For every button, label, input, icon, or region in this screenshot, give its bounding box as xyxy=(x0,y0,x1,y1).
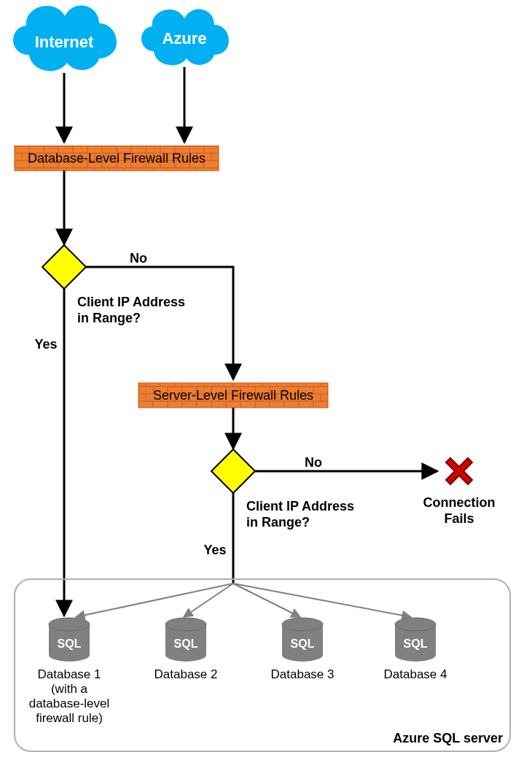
label-no-1: No xyxy=(130,251,147,265)
decision-db-level xyxy=(42,245,86,289)
db-1: SQL xyxy=(49,618,90,662)
svg-point-9 xyxy=(165,648,206,662)
cross-icon xyxy=(446,458,472,484)
db-1-sql: SQL xyxy=(58,637,82,650)
azure-sql-server-label: Azure SQL server xyxy=(393,731,503,745)
fail-line1: Connection xyxy=(423,495,496,510)
box-server-level-rules: Server-Level Firewall Rules xyxy=(138,383,328,408)
decision-server-level xyxy=(211,449,255,493)
label-yes-1: Yes xyxy=(34,337,57,352)
db-3-sql: SQL xyxy=(291,637,315,650)
cloud-azure-label: Azure xyxy=(162,29,206,47)
db-2: SQL xyxy=(165,618,206,662)
label-no-2: No xyxy=(305,455,322,470)
label-yes-2: Yes xyxy=(203,543,226,557)
fail-line2: Fails xyxy=(444,511,474,526)
decision1-text-line1: Client IP Address xyxy=(77,295,185,309)
svg-point-13 xyxy=(282,648,323,662)
db-4: SQL xyxy=(395,618,436,662)
db-2-label: Database 2 xyxy=(154,667,218,681)
branch-to-db4 xyxy=(233,583,411,617)
cloud-internet-label: Internet xyxy=(35,33,94,51)
db-4-sql: SQL xyxy=(404,637,428,650)
db-1-label-l1: Database 1 xyxy=(38,667,101,681)
decision2-text-line1: Client IP Address xyxy=(246,499,354,513)
svg-point-17 xyxy=(395,648,436,662)
label-server-level-rules: Server-Level Firewall Rules xyxy=(153,388,313,403)
decision2-text-line2: in Range? xyxy=(246,515,310,530)
db-3-label: Database 3 xyxy=(271,667,335,681)
db-4-label: Database 4 xyxy=(384,667,447,681)
svg-point-5 xyxy=(49,648,90,662)
db-1-label-l3: database-level xyxy=(29,697,110,710)
azure-sql-server-container xyxy=(15,579,510,751)
db-1-label-l4: firewall rule) xyxy=(36,711,103,725)
db-3: SQL xyxy=(282,618,323,662)
db-1-label-l2: (with a xyxy=(51,682,88,696)
branch-to-db3 xyxy=(233,583,300,617)
decision1-text-line2: in Range? xyxy=(77,311,141,325)
db-2-sql: SQL xyxy=(174,637,198,650)
label-database-level-rules: Database-Level Firewall Rules xyxy=(28,151,206,166)
box-database-level-rules: Database-Level Firewall Rules xyxy=(15,146,219,171)
cloud-internet: Internet xyxy=(13,6,117,71)
cloud-azure: Azure xyxy=(141,9,229,66)
